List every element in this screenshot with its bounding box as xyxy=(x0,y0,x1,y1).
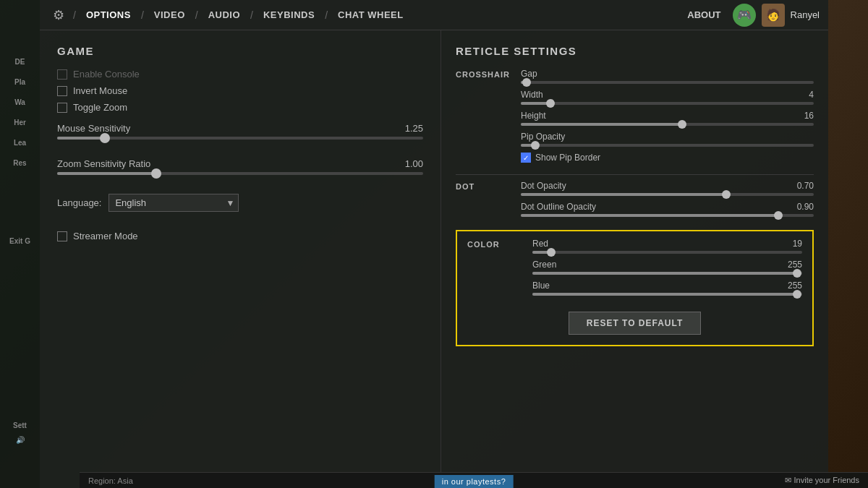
tab-audio[interactable]: AUDIO xyxy=(203,9,246,20)
gap-thumb[interactable] xyxy=(522,78,531,87)
enable-console-label: Enable Console xyxy=(73,69,140,80)
pip-opacity-label: Pip Opacity xyxy=(521,132,565,142)
tab-video[interactable]: VIDEO xyxy=(148,9,191,20)
sidebar-item-settings[interactable]: Sett xyxy=(13,421,27,430)
height-label: Height xyxy=(521,111,546,121)
dot-row: DOT Dot Opacity 0.70 xyxy=(456,181,814,223)
reset-button-row: RESET TO DEFAULT xyxy=(467,312,802,335)
region-text: Region: Asia xyxy=(88,476,133,485)
nav-separator-2: / xyxy=(141,9,144,21)
red-slider[interactable] xyxy=(532,251,802,254)
dot-opacity-slider-row: Dot Opacity 0.70 xyxy=(521,181,814,196)
dot-controls: Dot Opacity 0.70 Dot Outline Opacity 0.9… xyxy=(521,181,814,223)
show-pip-border-checkbox[interactable]: ✓ xyxy=(521,153,531,163)
game-section: GAME Enable Console Invert Mouse Toggle … xyxy=(40,30,441,488)
red-label: Red xyxy=(532,239,548,249)
blue-slider[interactable] xyxy=(532,293,802,296)
blue-fill xyxy=(532,293,797,296)
playtests-banner[interactable]: in our playtests? xyxy=(435,475,514,488)
blue-value: 255 xyxy=(788,281,802,291)
sidebar-item-her[interactable]: Her xyxy=(14,119,26,127)
width-slider[interactable] xyxy=(521,102,814,105)
green-label: Green xyxy=(532,260,556,270)
mouse-sensitivity-thumb[interactable] xyxy=(100,133,110,143)
blue-thumb[interactable] xyxy=(793,290,801,299)
sidebar-item-pla[interactable]: Pla xyxy=(14,78,25,87)
red-slider-row: Red 19 xyxy=(532,239,802,254)
zoom-sensitivity-row: Zoom Sensitivity Ratio 1.00 xyxy=(57,158,423,175)
dot-outline-opacity-thumb[interactable] xyxy=(774,211,783,220)
width-value: 4 xyxy=(809,90,814,100)
reset-to-default-button[interactable]: RESET TO DEFAULT xyxy=(569,312,702,335)
tab-keybinds[interactable]: KEYBINDS xyxy=(258,9,320,20)
green-value: 255 xyxy=(788,260,802,270)
language-select[interactable]: English French German Spanish Portuguese… xyxy=(109,194,239,212)
top-nav: ⚙ / OPTIONS / VIDEO / AUDIO / KEYBINDS /… xyxy=(40,0,828,30)
crosshair-category: CROSSHAIR xyxy=(456,69,521,167)
width-thumb[interactable] xyxy=(546,99,555,108)
height-fill xyxy=(521,123,682,126)
invite-friends-link[interactable]: ✉ Invite your Friends xyxy=(785,476,859,485)
dot-outline-opacity-slider-row: Dot Outline Opacity 0.90 xyxy=(521,202,814,217)
dot-opacity-thumb[interactable] xyxy=(722,190,731,199)
tab-chat-wheel[interactable]: CHAT WHEEL xyxy=(332,9,409,20)
green-thumb[interactable] xyxy=(793,269,801,278)
mouse-sensitivity-slider[interactable] xyxy=(57,137,423,140)
toggle-zoom-row: Toggle Zoom xyxy=(57,102,423,113)
show-pip-border-label: Show Pip Border xyxy=(535,153,600,163)
red-value: 19 xyxy=(793,239,802,249)
dot-outline-opacity-fill xyxy=(521,214,778,217)
sidebar-item-res[interactable]: Res xyxy=(13,159,26,168)
height-slider[interactable] xyxy=(521,123,814,126)
gap-slider-row: Gap xyxy=(521,69,814,84)
dot-outline-opacity-slider[interactable] xyxy=(521,214,814,217)
toggle-zoom-checkbox[interactable] xyxy=(57,103,67,113)
reticle-section-title: RETICLE SETTINGS xyxy=(456,45,814,57)
zoom-sensitivity-thumb[interactable] xyxy=(151,168,161,179)
streamer-mode-label: Streamer Mode xyxy=(73,231,138,241)
red-thumb[interactable] xyxy=(547,248,556,257)
enable-console-row: Enable Console xyxy=(57,69,423,80)
nav-about[interactable]: ABOUT xyxy=(687,9,720,20)
invert-mouse-checkbox[interactable] xyxy=(57,86,67,96)
invert-mouse-row: Invert Mouse xyxy=(57,85,423,96)
streamer-mode-checkbox[interactable] xyxy=(57,231,67,241)
nav-separator-1: / xyxy=(73,9,76,21)
language-row: Language: English French German Spanish … xyxy=(57,194,423,212)
dot-opacity-slider[interactable] xyxy=(521,193,814,196)
invert-mouse-label: Invert Mouse xyxy=(73,85,127,96)
tab-options[interactable]: OPTIONS xyxy=(80,9,137,20)
zoom-sensitivity-fill xyxy=(57,172,156,175)
pip-opacity-thumb[interactable] xyxy=(531,141,540,150)
enable-console-checkbox[interactable] xyxy=(57,69,67,80)
gap-slider[interactable] xyxy=(521,81,814,84)
bottom-bar: Region: Asia in our playtests? ✉ Invite … xyxy=(80,472,868,488)
crosshair-row: CROSSHAIR Gap xyxy=(456,69,814,167)
main-panel: ⚙ / OPTIONS / VIDEO / AUDIO / KEYBINDS /… xyxy=(40,0,828,488)
sidebar-item-de[interactable]: DE xyxy=(15,58,25,67)
pip-opacity-slider[interactable] xyxy=(521,144,814,147)
sidebar-item-lea[interactable]: Lea xyxy=(14,139,26,147)
height-thumb[interactable] xyxy=(678,120,686,129)
pip-checkbox-checkmark: ✓ xyxy=(523,154,529,162)
sidebar-item-exit[interactable]: Exit G xyxy=(9,237,30,246)
nav-user: 🎮 🧑 Ranyel xyxy=(733,4,820,27)
dot-outline-opacity-value: 0.90 xyxy=(797,202,814,212)
gap-label: Gap xyxy=(521,69,537,79)
mouse-sensitivity-fill xyxy=(57,137,105,140)
nav-separator-5: / xyxy=(325,9,328,21)
gear-icon[interactable]: ⚙ xyxy=(48,5,69,25)
nav-avatar-brown[interactable]: 🧑 xyxy=(762,4,785,27)
sidebar-item-wa[interactable]: Wa xyxy=(14,98,25,107)
nav-avatar-green[interactable]: 🎮 xyxy=(733,4,756,27)
pip-opacity-slider-row: Pip Opacity xyxy=(521,132,814,147)
green-slider-row: Green 255 xyxy=(532,260,802,275)
dot-opacity-label: Dot Opacity xyxy=(521,181,566,191)
game-section-title: GAME xyxy=(57,45,423,57)
height-slider-row: Height 16 xyxy=(521,111,814,126)
zoom-sensitivity-slider[interactable] xyxy=(57,172,423,175)
content-area: GAME Enable Console Invert Mouse Toggle … xyxy=(40,30,828,488)
sidebar-item-audio[interactable]: 🔊 xyxy=(16,436,25,445)
mouse-sensitivity-row: Mouse Sensitivity 1.25 xyxy=(57,123,423,140)
green-slider[interactable] xyxy=(532,272,802,275)
